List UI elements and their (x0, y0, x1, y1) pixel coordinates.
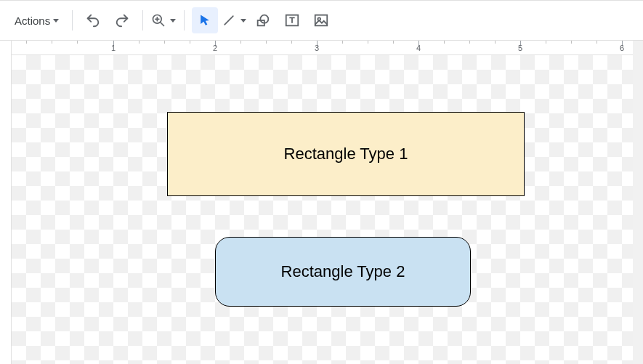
redo-button[interactable] (109, 7, 135, 33)
vertical-scrollbar[interactable] (633, 41, 643, 364)
workspace: 1 2 3 4 5 6 Rectangle Type 1 Rectangle T… (0, 41, 643, 364)
ruler-mark: 6 (620, 44, 624, 52)
shape-tool-button[interactable] (250, 7, 276, 33)
ruler-mark: 5 (518, 44, 522, 52)
vertical-ruler (0, 41, 12, 364)
horizontal-ruler: 1 2 3 4 5 6 (12, 41, 643, 55)
zoom-button[interactable] (150, 7, 177, 33)
svg-line-4 (225, 16, 233, 25)
toolbar-divider (184, 10, 185, 31)
ruler-mark: 2 (213, 44, 217, 52)
actions-label: Actions (15, 15, 50, 27)
select-tool-button[interactable] (192, 7, 218, 33)
ruler-mark: 4 (416, 44, 421, 52)
ruler-mark: 1 (111, 44, 116, 52)
canvas-area: 1 2 3 4 5 6 Rectangle Type 1 Rectangle T… (12, 41, 643, 364)
cursor-icon (198, 13, 212, 28)
redo-icon (114, 12, 130, 28)
rectangle-shape-2[interactable]: Rectangle Type 2 (215, 237, 471, 307)
chevron-down-icon (240, 19, 246, 23)
zoom-in-icon (151, 13, 166, 28)
toolbar-divider (142, 10, 143, 31)
image-icon (313, 12, 329, 28)
text-box-icon (284, 12, 300, 28)
line-icon (222, 13, 236, 28)
toolbar: Actions (0, 0, 643, 41)
ruler-mark: 3 (315, 44, 319, 52)
line-tool-button[interactable] (221, 7, 247, 33)
undo-button[interactable] (80, 7, 106, 33)
drawing-canvas[interactable]: Rectangle Type 1 Rectangle Type 2 (12, 55, 643, 364)
svg-line-1 (161, 23, 164, 26)
text-box-button[interactable] (279, 7, 305, 33)
insert-image-button[interactable] (308, 7, 334, 33)
toolbar-divider (72, 10, 73, 31)
chevron-down-icon (53, 19, 59, 23)
undo-icon (85, 12, 101, 28)
shape-label: Rectangle Type 1 (284, 145, 408, 163)
rectangle-shape-1[interactable]: Rectangle Type 1 (167, 112, 525, 196)
actions-menu-button[interactable]: Actions (9, 7, 65, 33)
chevron-down-icon (170, 19, 176, 23)
svg-rect-8 (315, 15, 328, 26)
shape-label: Rectangle Type 2 (281, 262, 405, 281)
shapes-icon (255, 12, 271, 28)
